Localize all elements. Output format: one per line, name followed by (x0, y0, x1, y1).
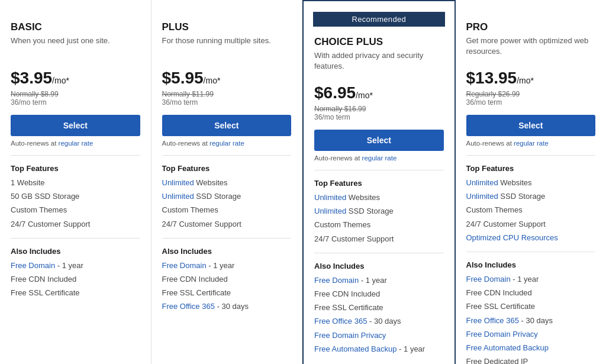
plan-name-choice-plus: CHOICE PLUS (314, 36, 444, 48)
select-button-pro[interactable]: Select (466, 115, 596, 136)
also-item-pro-1: Free CDN Included (466, 288, 596, 298)
also-item-choice-plus-3: Free Office 365 - 30 days (314, 316, 444, 327)
also-item-pro-4: Free Domain Privacy (466, 329, 596, 340)
feature-link-choice-plus-1[interactable]: Unlimited (314, 207, 346, 215)
feature-item-plus-2: Custom Themes (162, 205, 292, 215)
plan-col-pro: PROGet more power with optimized web res… (456, 0, 607, 364)
top-features-title-pro: Top Features (466, 164, 596, 173)
feature-item-basic-1: 50 GB SSD Storage (11, 191, 140, 202)
feature-item-plus-0: Unlimited Websites (162, 178, 292, 188)
divider-also-choice-plus (314, 253, 444, 253)
feature-link-pro-4[interactable]: Optimized CPU Resources (466, 233, 558, 242)
feature-item-pro-0: Unlimited Websites (466, 178, 596, 188)
also-item-choice-plus-2: Free SSL Certificate (314, 302, 444, 313)
feature-item-pro-1: Unlimited SSD Storage (466, 191, 596, 202)
select-button-basic[interactable]: Select (11, 115, 140, 136)
also-link-pro-0[interactable]: Free Domain (466, 275, 511, 284)
recommended-badge: Recommended (313, 12, 445, 27)
plan-normal-basic: Normally $8.9936/mo term (11, 90, 140, 107)
feature-item-choice-plus-3: 24/7 Customer Support (314, 234, 444, 244)
feature-item-plus-3: 24/7 Customer Support (162, 219, 292, 230)
select-button-choice-plus[interactable]: Select (314, 130, 444, 151)
top-features-title-choice-plus: Top Features (314, 179, 444, 188)
plan-name-pro: PRO (466, 21, 596, 33)
feature-item-basic-2: Custom Themes (11, 205, 140, 215)
also-link-choice-plus-4[interactable]: Free Domain Privacy (314, 331, 386, 340)
also-item-pro-0: Free Domain - 1 year (466, 274, 596, 285)
plan-name-basic: BASIC (11, 21, 140, 33)
divider-also-pro (466, 252, 596, 252)
auto-renew-choice-plus: Auto-renews at regular rate (314, 154, 444, 162)
plan-desc-choice-plus: With added privacy and security features… (314, 50, 444, 73)
feature-link-pro-1[interactable]: Unlimited (466, 192, 498, 201)
also-item-pro-5: Free Automated Backup (466, 343, 596, 353)
also-link-pro-3[interactable]: Free Office 365 (466, 316, 519, 325)
also-link-plus-3[interactable]: Free Office 365 (162, 302, 215, 311)
regular-rate-link-pro[interactable]: regular rate (514, 140, 549, 147)
divider-also-plus (162, 238, 292, 239)
plan-normal-plus: Normally $11.9936/mo term (162, 90, 292, 107)
also-link-choice-plus-0[interactable]: Free Domain (314, 276, 359, 285)
divider-top-choice-plus (314, 170, 444, 170)
plan-normal-pro: Regularly $26.9936/mo term (466, 90, 596, 107)
plan-normal-choice-plus: Normally $16.9936/mo term (314, 105, 444, 121)
also-item-pro-6: Free Dedicated IP (466, 356, 596, 364)
regular-rate-link-plus[interactable]: regular rate (209, 140, 244, 147)
also-includes-title-plus: Also Includes (162, 247, 292, 256)
divider-top-basic (11, 155, 140, 156)
also-item-plus-3: Free Office 365 - 30 days (162, 301, 292, 312)
plan-price-basic: $3.95/mo* (11, 69, 140, 88)
feature-link-pro-0[interactable]: Unlimited (466, 178, 498, 187)
feature-link-choice-plus-0[interactable]: Unlimited (314, 193, 346, 202)
plan-price-plus: $5.95/mo* (162, 69, 292, 88)
feature-item-plus-1: Unlimited SSD Storage (162, 191, 292, 202)
also-item-choice-plus-5: Free Automated Backup - 1 year (314, 344, 444, 355)
also-link-choice-plus-5[interactable]: Free Automated Backup (314, 344, 397, 353)
also-item-pro-3: Free Office 365 - 30 days (466, 315, 596, 326)
also-link-basic-0[interactable]: Free Domain (11, 261, 55, 270)
also-item-plus-0: Free Domain - 1 year (162, 260, 292, 271)
also-item-plus-2: Free SSL Certificate (162, 288, 292, 298)
also-link-choice-plus-3[interactable]: Free Office 365 (314, 317, 367, 326)
feature-item-choice-plus-1: Unlimited SSD Storage (314, 206, 444, 217)
also-link-plus-0[interactable]: Free Domain (162, 261, 207, 270)
plan-desc-pro: Get more power with optimized web resour… (466, 36, 596, 58)
also-item-basic-1: Free CDN Included (11, 274, 140, 285)
divider-also-basic (11, 238, 140, 239)
also-item-choice-plus-1: Free CDN Included (314, 289, 444, 299)
feature-link-plus-0[interactable]: Unlimited (162, 178, 194, 187)
feature-item-basic-0: 1 Website (11, 178, 140, 188)
select-button-plus[interactable]: Select (162, 115, 292, 136)
divider-top-plus (162, 155, 292, 156)
regular-rate-link-basic[interactable]: regular rate (59, 140, 94, 147)
feature-link-plus-1[interactable]: Unlimited (162, 192, 194, 201)
regular-rate-link-choice-plus[interactable]: regular rate (362, 154, 397, 162)
feature-item-basic-3: 24/7 Customer Support (11, 219, 140, 230)
feature-item-choice-plus-0: Unlimited Websites (314, 192, 444, 203)
feature-item-pro-3: 24/7 Customer Support (466, 219, 596, 230)
pricing-container: BASICWhen you need just one site.$3.95/m… (0, 0, 606, 364)
auto-renew-basic: Auto-renews at regular rate (11, 140, 140, 147)
plan-desc-plus: For those running multiple sites. (162, 36, 292, 58)
auto-renew-plus: Auto-renews at regular rate (162, 140, 292, 147)
divider-top-pro (466, 155, 596, 156)
plan-col-plus: PLUSFor those running multiple sites.$5.… (152, 0, 303, 364)
top-features-title-basic: Top Features (11, 164, 140, 173)
plan-col-choice-plus: RecommendedCHOICE PLUSWith added privacy… (302, 0, 456, 364)
plan-name-plus: PLUS (162, 21, 292, 33)
feature-item-pro-4: Optimized CPU Resources (466, 233, 596, 243)
also-includes-title-choice-plus: Also Includes (314, 262, 444, 270)
plan-col-basic: BASICWhen you need just one site.$3.95/m… (0, 0, 152, 364)
also-includes-title-pro: Also Includes (466, 260, 596, 269)
also-item-pro-2: Free SSL Certificate (466, 301, 596, 312)
also-link-pro-4[interactable]: Free Domain Privacy (466, 330, 538, 339)
feature-item-choice-plus-2: Custom Themes (314, 220, 444, 230)
plan-price-pro: $13.95/mo* (466, 69, 596, 88)
also-link-pro-5[interactable]: Free Automated Backup (466, 343, 549, 352)
also-item-basic-2: Free SSL Certificate (11, 288, 140, 298)
also-includes-title-basic: Also Includes (11, 247, 140, 256)
feature-item-pro-2: Custom Themes (466, 205, 596, 215)
top-features-title-plus: Top Features (162, 164, 292, 173)
auto-renew-pro: Auto-renews at regular rate (466, 140, 596, 147)
also-item-plus-1: Free CDN Included (162, 274, 292, 285)
